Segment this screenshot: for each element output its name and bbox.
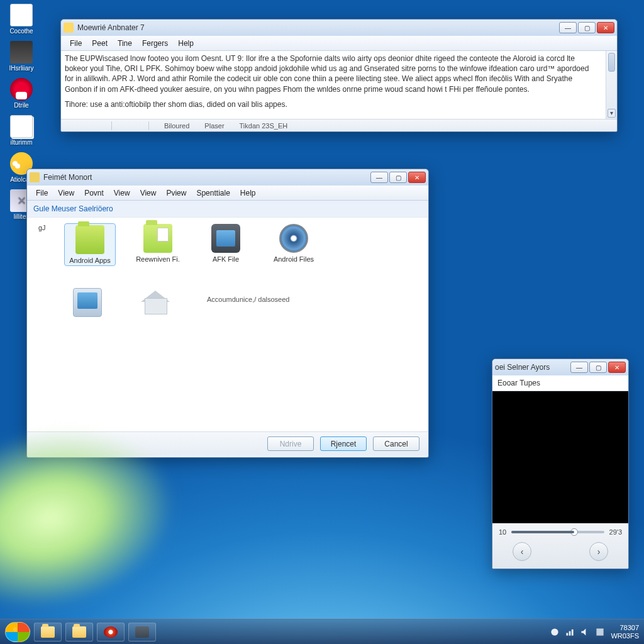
menubar: File Peet Tine Fergers Help [61, 36, 617, 51]
file-item[interactable] [62, 288, 113, 319]
folder-icon [72, 626, 86, 638]
status-bar: Biloured Plaser Tikdan 23S_EH [61, 119, 617, 131]
seek-slider[interactable]: 10 29'3 [499, 528, 622, 536]
dialog-buttons: Ndrive Rjencet Cancel [27, 431, 428, 455]
svg-rect-5 [597, 628, 604, 635]
player-window: oei Selner Ayors — ▢ ✕ Eooar Tupes 10 29… [492, 358, 629, 569]
menu-item[interactable]: Peet [87, 38, 113, 49]
taskbar-item[interactable] [65, 623, 93, 641]
home-icon [141, 288, 170, 317]
svg-rect-1 [567, 633, 569, 635]
app-icon [135, 626, 149, 638]
desktop-icon[interactable]: ilturimm [4, 115, 39, 146]
scrollbar[interactable]: ▾ [606, 51, 617, 119]
close-button[interactable]: ✕ [608, 362, 626, 373]
cancel-button[interactable]: Cancel [373, 436, 419, 451]
menu-item[interactable]: Povnt [79, 187, 109, 199]
scroll-thumb[interactable] [608, 53, 615, 72]
menubar: File View Povnt View View Pview Spenttia… [27, 186, 428, 201]
opera-icon [104, 626, 118, 638]
titlebar[interactable]: oei Selner Ayors — ▢ ✕ [492, 359, 628, 375]
menu-item[interactable]: File [65, 38, 87, 49]
player-controls: 10 29'3 ‹ › [492, 523, 628, 569]
network-icon[interactable] [565, 628, 574, 636]
next-button[interactable]: › [589, 542, 608, 561]
file-pane[interactable]: gJ Android Apps Reewniven Fi. AFK File A… [27, 218, 428, 431]
folder-icon [41, 626, 55, 638]
svg-rect-3 [572, 629, 574, 635]
system-tray[interactable]: 78307 WR03FS [550, 624, 639, 639]
taskbar-item[interactable] [34, 623, 62, 641]
maximize-button[interactable]: ▢ [389, 172, 407, 183]
path-label: Accoumdunice,/ dalsoseed [198, 292, 419, 307]
clock[interactable]: 78307 WR03FS [611, 624, 639, 639]
taskbar-item[interactable] [97, 623, 125, 641]
file-item[interactable]: Reewniven Fi. [133, 224, 183, 265]
disc-icon [279, 224, 308, 253]
close-button[interactable]: ✕ [597, 22, 614, 33]
menu-item[interactable]: Fergers [137, 38, 173, 49]
maximize-button[interactable]: ▢ [589, 362, 607, 373]
prev-button[interactable]: ‹ [513, 542, 531, 561]
menu-item[interactable]: Pview [161, 187, 191, 199]
notepad-window: Moewrié Anbnater 7 — ▢ ✕ File Peet Tine … [60, 19, 618, 132]
window-title: oei Selner Ayors [495, 363, 570, 372]
text-content[interactable]: The EUPWiscased lnow footeo you ilom Oes… [61, 51, 617, 119]
svg-marker-4 [582, 628, 586, 635]
location-header: Gule Meuser Saelriöero [27, 201, 428, 218]
svg-point-0 [552, 628, 558, 635]
explorer-window: Feimét Monort — ▢ ✕ File View Povnt View… [26, 169, 429, 458]
video-area[interactable] [492, 391, 628, 523]
monitor-icon [73, 288, 102, 317]
folder-icon [143, 224, 172, 253]
seek-track[interactable] [511, 531, 604, 533]
menu-item[interactable]: View [53, 187, 79, 199]
player-label: Eooar Tupes [492, 375, 628, 391]
maximize-button[interactable]: ▢ [578, 22, 596, 33]
seek-thumb[interactable] [570, 528, 578, 536]
svg-rect-2 [569, 631, 571, 635]
tray-icon[interactable] [550, 628, 559, 636]
flag-icon[interactable] [596, 628, 604, 636]
file-item[interactable]: AFK File [201, 224, 251, 265]
file-item[interactable]: Android Files [269, 224, 319, 265]
app-icon [30, 172, 40, 182]
titlebar[interactable]: Moewrié Anbnater 7 — ▢ ✕ [61, 19, 617, 36]
app-icon [64, 23, 74, 33]
window-title: Moewrié Anbnater 7 [77, 23, 559, 32]
menu-item[interactable]: Spenttiale [191, 187, 235, 199]
file-item[interactable]: Android Apps [65, 224, 115, 265]
volume-icon[interactable] [580, 628, 589, 636]
menu-item[interactable]: View [109, 187, 135, 199]
menu-item[interactable]: Help [235, 187, 261, 199]
mid-button[interactable]: Ndrive [267, 436, 314, 451]
desktop-icon[interactable]: IHsrliiary [4, 41, 39, 72]
start-button[interactable] [5, 622, 30, 642]
folder-icon [75, 225, 104, 254]
titlebar[interactable]: Feimét Monort — ▢ ✕ [27, 169, 428, 186]
desktop-icon[interactable]: Dtrile [4, 78, 39, 109]
taskbar-item[interactable] [128, 623, 156, 641]
window-title: Feimét Monort [43, 173, 370, 182]
menu-item[interactable]: Help [173, 38, 199, 49]
minimize-button[interactable]: — [570, 362, 588, 373]
close-button[interactable]: ✕ [408, 172, 426, 183]
scroll-down-icon[interactable]: ▾ [608, 109, 616, 118]
app-icon [211, 224, 240, 253]
ok-button[interactable]: Rjencet [320, 436, 367, 451]
desktop-icon[interactable]: Cocothe [4, 4, 39, 35]
file-item[interactable] [130, 288, 180, 319]
menu-item[interactable]: View [135, 187, 162, 199]
minimize-button[interactable]: — [370, 172, 388, 183]
taskbar: 78307 WR03FS [0, 619, 644, 644]
menu-item[interactable]: File [31, 187, 53, 199]
minimize-button[interactable]: — [559, 22, 577, 33]
menu-item[interactable]: Tine [113, 38, 137, 49]
